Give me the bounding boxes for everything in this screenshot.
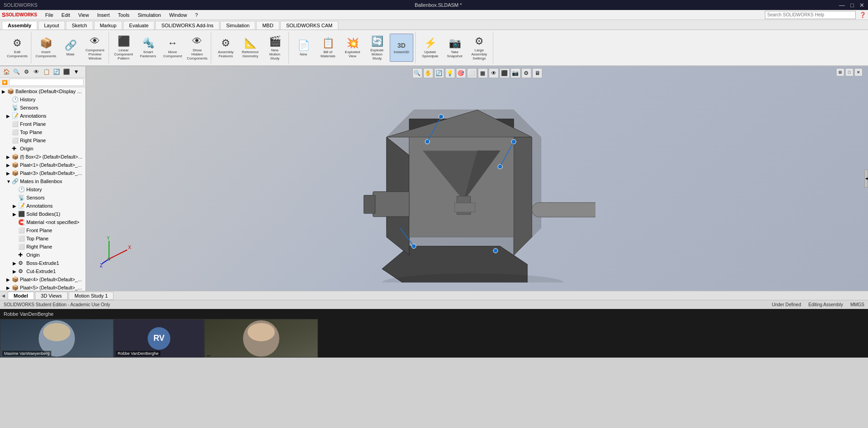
tree-item-origin[interactable]: ✚ Origin [0, 144, 85, 153]
tree-btn-dropdown[interactable]: ▼ [72, 67, 81, 76]
tab-assembly[interactable]: Assembly [2, 21, 37, 30]
menu-insert[interactable]: Insert [94, 11, 114, 19]
video-label-maxime: Maxime VanWaeyenberg [2, 351, 51, 356]
tree-item-ballenbox[interactable]: ▶ 📦 Ballenbox (Default<Display State-1>) [0, 87, 85, 95]
tree-item-sensors[interactable]: 📡 Sensors [0, 104, 85, 112]
menu-edit[interactable]: Edit [58, 11, 74, 19]
maximize-button[interactable]: □ [850, 2, 854, 9]
close-view-btn[interactable]: ✕ [854, 68, 863, 76]
tree-item-sensors2[interactable]: 📡 Sensors [0, 194, 85, 202]
toolbar-reference-geometry[interactable]: 📐 ReferenceGeometry [238, 34, 262, 62]
menu-view[interactable]: View [74, 11, 93, 19]
toolbar-component-preview[interactable]: 👁 ComponentPreviewWindow [83, 34, 107, 62]
tree-item-solid-bodies[interactable]: ▶ ⬛ Solid Bodies(1) [0, 210, 85, 218]
vp-display[interactable]: ⬜ [467, 68, 477, 78]
toolbar-insert-components[interactable]: 📦 InsertComponents [34, 34, 58, 62]
speedpak-icon: ⚡ [424, 37, 436, 49]
tree-item-material[interactable]: 🧲 Material <not specified> [0, 218, 85, 226]
vp-pan[interactable]: ✋ [423, 68, 433, 78]
tree-btn-refresh[interactable]: 🔄 [52, 67, 61, 76]
tree-item-top-plane[interactable]: ⬜ Top Plane [0, 128, 85, 136]
tab-solidworks-cam[interactable]: SOLIDWORKS CAM [280, 21, 338, 30]
tab-sketch[interactable]: Sketch [66, 21, 93, 30]
toolbar-new-motion-study[interactable]: 🎬 NewMotionStudy [263, 34, 287, 62]
split-view-btn[interactable]: ⊞ [836, 68, 844, 76]
toolbar-edit-components[interactable]: ⚙ EditComponents [5, 34, 29, 62]
toolbar-assembly-features[interactable]: ⚙ AssemblyFeatures [214, 34, 238, 62]
vp-section[interactable]: ⬛ [500, 68, 510, 78]
tree-btn-settings[interactable]: ⚙ [22, 67, 31, 76]
tree-item-plaat1[interactable]: ▶ 📦 Plaat<1> (Default<Default>_Display S… [0, 161, 85, 169]
toolbar-take-snapshot[interactable]: 📷 TakeSnapshot [443, 34, 466, 62]
toolbar-smart-fasteners[interactable]: 🔩 SmartFasteners [136, 34, 160, 62]
menu-file[interactable]: File [42, 11, 57, 19]
tree-item-annotations[interactable]: ▶ 📝 Annotations [0, 112, 85, 120]
tab-markup[interactable]: Markup [94, 21, 123, 30]
tab-solidworks-addins[interactable]: SOLIDWORKS Add-Ins [155, 21, 219, 30]
tree-btn-list[interactable]: 📋 [42, 67, 51, 76]
tab-evaluate[interactable]: Evaluate [123, 21, 154, 30]
tree-item-front-plane2[interactable]: ⬜ Front Plane [0, 226, 85, 234]
tree-item-mates-in-ballenbox[interactable]: ▼ 🔗 Mates in Ballenbox [0, 177, 85, 185]
tree-btn-search[interactable]: 🔍 [12, 67, 21, 76]
tree-item-annotations2[interactable]: ▶ 📝 Annotations [0, 202, 85, 210]
vp-light[interactable]: 💡 [445, 68, 455, 78]
vp-screen[interactable]: 🖥 [532, 68, 542, 78]
toolbar-show-hidden[interactable]: 👁 ShowHiddenComponents [185, 34, 209, 62]
tree-filter-input[interactable] [9, 79, 84, 86]
toolbar-explode-motion[interactable]: 🔄 ExplodeMotionStudy [365, 34, 389, 62]
tree-item-plaat3[interactable]: ▶ 📦 Plaat<3> (Default<Default>_Display S… [0, 169, 85, 177]
toolbar-new[interactable]: 📄 New [292, 34, 315, 62]
tab-layout[interactable]: Layout [38, 21, 65, 30]
close-button[interactable]: ✕ [859, 2, 864, 9]
tab-3d-views[interactable]: 3D Views [35, 292, 68, 300]
tree-item-cut-extrude1[interactable]: ▶ ⚙ Cut-Extrude1 [0, 267, 85, 275]
toolbar-bill-of-materials[interactable]: 📋 Bill ofMaterials [316, 34, 340, 62]
tree-item-history[interactable]: 🕐 History [0, 95, 85, 104]
vp-settings[interactable]: ⚙ [521, 68, 531, 78]
menu-simulation[interactable]: Simulation [134, 11, 164, 19]
tree-item-plaat4[interactable]: ▶ 📦 Plaat<4> (Default<Default>_Display S… [0, 275, 85, 284]
tab-simulation[interactable]: Simulation [220, 21, 255, 30]
vp-rotate[interactable]: 🔄 [434, 68, 444, 78]
tree-item-right-plane[interactable]: ⬜ Right Plane [0, 136, 85, 144]
maximize-view-btn[interactable]: □ [845, 68, 853, 76]
tab-model[interactable]: Model [8, 292, 34, 300]
tree-item-front-plane[interactable]: ⬜ Front Plane [0, 120, 85, 128]
snapshot-icon: 📷 [449, 37, 461, 49]
search-input[interactable] [765, 11, 856, 19]
right-panel-expand[interactable]: ◀ [864, 169, 868, 188]
menu-tools[interactable]: Tools [114, 11, 133, 19]
minimize-button[interactable]: — [839, 2, 845, 9]
vp-shading[interactable]: ▦ [478, 68, 488, 78]
toolbar-exploded-view[interactable]: 💥 ExplodedView [341, 34, 364, 62]
tab-nav-prev[interactable]: ◀ [2, 294, 5, 298]
vp-camera[interactable]: 📷 [511, 68, 521, 78]
tree-item-boss-extrude1[interactable]: ▶ ⚙ Boss-Extrude1 [0, 259, 85, 267]
tree-btn-collapse[interactable]: ⬛ [62, 67, 71, 76]
vp-target[interactable]: 🎯 [456, 68, 466, 78]
vp-zoom[interactable]: 🔍 [412, 68, 422, 78]
hidden-icon: 👁 [192, 35, 202, 47]
tree-item-top-plane2[interactable]: ⬜ Top Plane [0, 234, 85, 243]
tree-item-right-plane2[interactable]: ⬜ Right Plane [0, 243, 85, 251]
toolbar-large-assembly-settings[interactable]: ⚙ LargeAssemblySettings [467, 34, 491, 62]
tree-btn-home[interactable]: 🏠 [2, 67, 11, 76]
toolbar-linear-component-pattern[interactable]: ⬛ LinearComponentPattern [112, 34, 135, 62]
toolbar-update-speedpak[interactable]: ⚡ UpdateSpeedpak [418, 34, 442, 62]
viewport[interactable]: 🔍 ✋ 🔄 💡 🎯 ⬜ ▦ 👁 ⬛ 📷 ⚙ 🖥 [86, 66, 868, 291]
vp-hide-show[interactable]: 👁 [489, 68, 499, 78]
toolbar-move-component[interactable]: ↔ MoveComponent [161, 34, 184, 62]
toolbar-mate[interactable]: 🔗 Mate [59, 34, 82, 62]
menu-help[interactable]: ? [192, 11, 202, 19]
tree-item-box2[interactable]: ▶ 📦 (f) Box<2> (Default<Default>_Display… [0, 153, 85, 161]
toolbar-group-edit: ⚙ EditComponents [4, 32, 31, 64]
tree-btn-view[interactable]: 👁 [32, 67, 41, 76]
tab-mbd[interactable]: MBD [256, 21, 279, 30]
tab-motion-study-1[interactable]: Motion Study 1 [69, 292, 114, 300]
tree-item-plaat5[interactable]: ▶ 📦 Plaat<5> (Default<Default>_Display S… [0, 284, 85, 291]
menu-window[interactable]: Window [165, 11, 190, 19]
tree-item-origin2[interactable]: ✚ Origin [0, 251, 85, 259]
tree-item-history2[interactable]: 🕐 History [0, 185, 85, 194]
toolbar-instant3d[interactable]: 3D Instant3D [390, 34, 413, 62]
